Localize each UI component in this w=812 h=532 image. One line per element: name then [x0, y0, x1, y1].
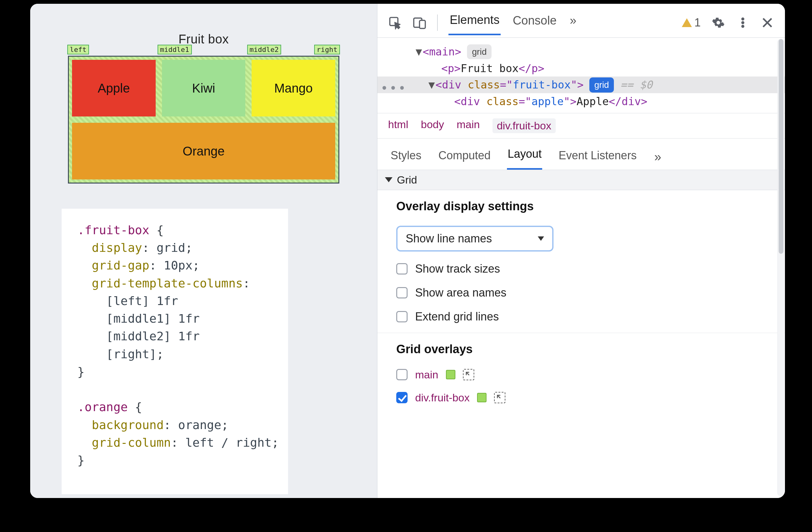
close-icon[interactable]: [760, 16, 774, 30]
reveal-in-elements-icon[interactable]: [463, 369, 474, 380]
dom-text: Apple: [577, 95, 609, 108]
dom-tag: div: [461, 95, 480, 108]
overlay-name[interactable]: div.fruit-box: [415, 392, 469, 404]
dom-tag: p: [448, 62, 454, 74]
grid-overlays-panel: Grid overlays main div.fruit-box: [377, 333, 785, 413]
overlay-checkbox-main[interactable]: [396, 369, 408, 380]
section-grid-header[interactable]: Grid: [377, 170, 785, 190]
dom-tree[interactable]: ▼<main>grid <p>Fruit box</p> ••• ▼<div c…: [377, 38, 785, 113]
dom-eq-dollar: == $0: [620, 79, 652, 91]
dom-tag: main: [429, 45, 455, 58]
overlay-settings-heading: Overlay display settings: [396, 199, 770, 213]
ellipsis-icon[interactable]: •••: [380, 79, 407, 98]
crumb-body[interactable]: body: [421, 118, 444, 133]
preview-title: Fruit box: [49, 32, 358, 46]
code-val: grid: [157, 241, 186, 255]
cell-apple: Apple: [72, 60, 156, 116]
overlay-checkbox-fruit-box[interactable]: [396, 392, 408, 403]
grid-line-label-left: left: [67, 45, 89, 54]
svg-point-5: [742, 25, 744, 27]
dropdown-value: Show line names: [406, 232, 492, 245]
chevron-down-icon: [385, 177, 392, 182]
line-names-dropdown[interactable]: Show line names: [396, 226, 553, 252]
dom-row-fruit-box[interactable]: ••• ▼<div class="fruit-box">grid== $0: [377, 76, 785, 93]
section-grid-label: Grid: [397, 174, 417, 186]
devtools-pane: Elements Console » 1 ▼<main>grid <p>Frui…: [377, 4, 785, 498]
kebab-menu-icon[interactable]: [736, 16, 750, 30]
chevron-down-icon: [538, 236, 544, 241]
code-val: [middle2] 1fr: [106, 329, 200, 343]
code-val: 10px: [164, 258, 193, 272]
dom-tag: div: [622, 95, 641, 108]
subtab-layout[interactable]: Layout: [507, 144, 542, 170]
crumb-html[interactable]: html: [388, 118, 408, 133]
grid-badge[interactable]: grid: [467, 44, 492, 59]
grid-overlay-wrap: left middle1 middle2 right Apple Kiwi Ma…: [68, 56, 339, 183]
checkbox-label: Extend grid lines: [415, 310, 499, 323]
warning-count: 1: [694, 16, 701, 29]
checkbox-icon: [396, 311, 408, 322]
color-swatch[interactable]: [477, 393, 487, 402]
code-val: left / right: [185, 436, 272, 449]
dom-attr-name: class: [487, 95, 519, 108]
grid-badge-active[interactable]: grid: [589, 78, 614, 92]
subtab-styles[interactable]: Styles: [390, 146, 422, 170]
checkbox-icon: [396, 263, 408, 275]
dom-attr-name: class: [468, 79, 500, 91]
breadcrumb: html body main div.fruit-box: [377, 113, 785, 139]
crumb-fruit-box[interactable]: div.fruit-box: [492, 118, 556, 133]
checkbox-track-sizes[interactable]: Show track sizes: [396, 262, 770, 276]
subtab-listeners[interactable]: Event Listeners: [558, 146, 637, 170]
code-selector-1: .fruit-box: [77, 223, 149, 237]
css-code-block: .fruit-box { display: grid; grid-gap: 10…: [62, 209, 288, 494]
color-swatch[interactable]: [446, 370, 455, 379]
dom-tag: div: [442, 79, 461, 91]
code-prop: display: [92, 241, 142, 255]
checkbox-label: Show area names: [415, 286, 506, 299]
subtab-computed[interactable]: Computed: [438, 146, 491, 170]
dom-row-apple[interactable]: <div class="apple">Apple</div>: [396, 93, 775, 110]
code-prop: background: [92, 418, 164, 432]
cell-orange: Orange: [72, 123, 335, 179]
code-val: orange: [178, 418, 221, 432]
code-selector-2: .orange: [77, 400, 128, 414]
overlay-name[interactable]: main: [415, 369, 438, 381]
tab-elements[interactable]: Elements: [448, 10, 501, 35]
scrollbar-thumb[interactable]: [779, 39, 783, 254]
reveal-in-elements-icon[interactable]: [494, 392, 505, 403]
code-prop: grid-column: [92, 436, 171, 449]
code-prop: grid-gap: [92, 258, 149, 272]
code-val: [middle1] 1fr: [106, 312, 200, 325]
grid-line-label-middle1: middle1: [158, 45, 192, 54]
tab-more[interactable]: »: [569, 11, 578, 34]
warning-icon: [682, 18, 692, 27]
crumb-main[interactable]: main: [456, 118, 480, 133]
grid-line-label-middle2: middle2: [247, 45, 281, 54]
warning-badge[interactable]: 1: [682, 16, 701, 29]
dom-text: Fruit box: [461, 62, 519, 74]
cell-kiwi: Kiwi: [162, 60, 246, 116]
cell-mango: Mango: [251, 60, 335, 116]
checkbox-label: Show track sizes: [415, 262, 500, 276]
code-prop: grid-template-columns: [92, 276, 243, 290]
tab-console[interactable]: Console: [511, 11, 557, 34]
fruit-grid: Apple Kiwi Mango Orange: [68, 56, 339, 183]
vertical-scrollbar[interactable]: [778, 39, 784, 496]
code-val: [right]: [106, 347, 157, 361]
subpanel-tabs: Styles Computed Layout Event Listeners »: [377, 139, 785, 170]
device-toggle-icon[interactable]: [412, 16, 426, 30]
svg-point-4: [742, 22, 744, 24]
svg-point-3: [742, 18, 744, 20]
dom-row-p[interactable]: <p>Fruit box</p>: [396, 60, 775, 77]
checkbox-extend-lines[interactable]: Extend grid lines: [396, 310, 770, 323]
checkbox-area-names[interactable]: Show area names: [396, 286, 770, 299]
gear-icon[interactable]: [711, 16, 725, 30]
dom-tag: p: [532, 62, 538, 74]
subtab-more[interactable]: »: [654, 150, 661, 164]
grid-overlays-heading: Grid overlays: [396, 342, 770, 356]
dom-row-main[interactable]: ▼<main>grid: [396, 43, 775, 60]
inspect-icon[interactable]: [388, 16, 402, 30]
devtools-toolbar: Elements Console » 1: [377, 4, 785, 38]
page-preview-pane: Fruit box left middle1 middle2 right App…: [30, 4, 377, 498]
dom-attr-val: fruit-box: [513, 79, 571, 91]
